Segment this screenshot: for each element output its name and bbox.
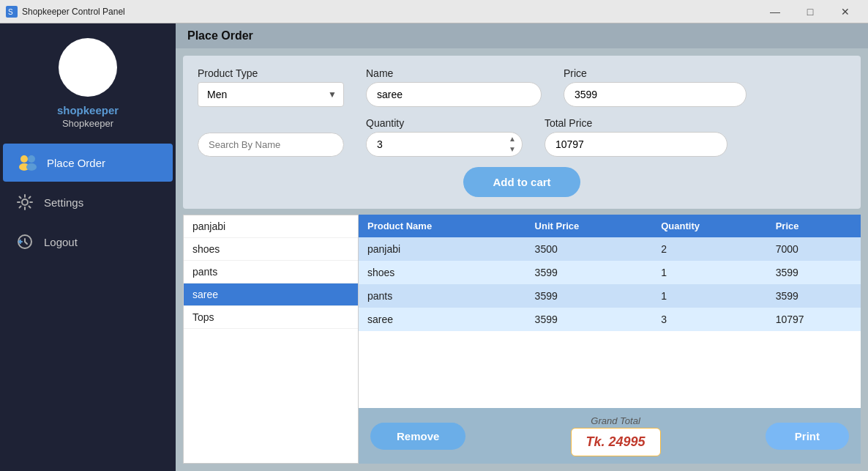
price-group: Price (564, 67, 747, 107)
svg-text:S: S (8, 8, 13, 16)
product-type-group: Product Type Men Women Kids ▼ (198, 67, 344, 107)
logout-icon (15, 231, 35, 252)
main-content: Place Order Product Type Men Women Kids (176, 23, 868, 471)
grand-total-section: Grand Total Tk. 24995 (571, 415, 661, 456)
table-cell-unitPrice: 3599 (526, 308, 653, 331)
total-price-label: Total Price (545, 117, 727, 129)
app-layout: shopkeeper Shopkeeper Place Order (0, 23, 868, 471)
table-area: Product Name Unit Price Quantity Price p… (359, 215, 861, 464)
table-footer: Remove Grand Total Tk. 24995 Print (359, 408, 861, 464)
sidebar-nav: Place Order Settings (0, 144, 176, 261)
svg-point-3 (28, 155, 35, 163)
search-group (198, 114, 344, 157)
sidebar-item-logout[interactable]: Logout (0, 223, 176, 261)
table-cell-quantity: 1 (652, 284, 766, 308)
close-button[interactable]: ✕ (828, 0, 862, 23)
form-row-2: Quantity ▲ ▼ Total Price (198, 114, 846, 157)
svg-point-6 (22, 199, 28, 205)
grand-total-label: Grand Total (591, 415, 640, 426)
name-label: Name (366, 67, 542, 79)
product-type-select[interactable]: Men Women Kids (198, 82, 344, 107)
svg-point-2 (20, 155, 28, 163)
form-area: Product Type Men Women Kids ▼ Name (183, 56, 861, 209)
name-group: Name (366, 67, 542, 107)
list-item[interactable]: panjabi (184, 215, 358, 238)
table-body: panjabi350027000shoes359913599pants35991… (359, 237, 861, 331)
table-cell-productName: pants (359, 284, 526, 308)
window-title: Shopkeeper Control Panel (22, 7, 125, 17)
remove-button[interactable]: Remove (370, 423, 465, 450)
window-controls: — □ ✕ (758, 0, 862, 23)
table-row[interactable]: pants359913599 (359, 284, 861, 308)
product-type-label: Product Type (198, 67, 344, 79)
col-price: Price (767, 215, 861, 237)
table-cell-price: 3599 (767, 261, 861, 284)
people-icon (18, 152, 38, 173)
table-row[interactable]: panjabi350027000 (359, 237, 861, 261)
total-price-input[interactable] (545, 132, 727, 157)
table-cell-unitPrice: 3599 (526, 284, 653, 308)
price-input[interactable] (564, 82, 747, 107)
maximize-button[interactable]: □ (793, 0, 827, 23)
col-quantity: Quantity (652, 215, 766, 237)
table-cell-productName: shoes (359, 261, 526, 284)
quantity-group: Quantity ▲ ▼ (366, 117, 523, 157)
table-row[interactable]: shoes359913599 (359, 261, 861, 284)
grand-total-value: Tk. 24995 (586, 434, 646, 450)
title-bar: S Shopkeeper Control Panel — □ ✕ (0, 0, 868, 23)
table-cell-productName: panjabi (359, 237, 526, 261)
gear-icon (15, 192, 35, 212)
sidebar-role: Shopkeeper (62, 118, 113, 129)
add-to-cart-button[interactable]: Add to cart (463, 167, 580, 197)
list-item[interactable]: saree (184, 283, 358, 306)
page-title-bar: Place Order (176, 23, 868, 48)
sidebar-label-place-order: Place Order (47, 157, 105, 169)
list-item[interactable]: shoes (184, 238, 358, 261)
form-row-1: Product Type Men Women Kids ▼ Name (198, 67, 846, 107)
product-type-dropdown-wrap: Men Women Kids ▼ (198, 82, 344, 107)
svg-point-5 (26, 163, 37, 171)
table-row[interactable]: saree3599310797 (359, 308, 861, 331)
table-cell-price: 3599 (767, 284, 861, 308)
quantity-wrap: ▲ ▼ (366, 132, 523, 157)
table-cell-quantity: 2 (652, 237, 766, 261)
print-button[interactable]: Print (766, 423, 849, 450)
quantity-up-button[interactable]: ▲ (506, 134, 519, 144)
col-unit-price: Unit Price (526, 215, 653, 237)
sidebar-label-settings: Settings (44, 196, 83, 209)
quantity-label: Quantity (366, 117, 523, 129)
content-area: Product Type Men Women Kids ▼ Name (176, 48, 868, 471)
sidebar-item-settings[interactable]: Settings (0, 183, 176, 221)
table-header: Product Name Unit Price Quantity Price (359, 215, 861, 237)
sidebar-label-logout: Logout (44, 236, 78, 248)
grand-total-box: Tk. 24995 (571, 428, 661, 456)
table-cell-productName: saree (359, 308, 526, 331)
table-cell-unitPrice: 3500 (526, 237, 653, 261)
sidebar: shopkeeper Shopkeeper Place Order (0, 23, 176, 471)
minimize-button[interactable]: — (758, 0, 792, 23)
table-cell-unitPrice: 3599 (526, 261, 653, 284)
total-price-group: Total Price (545, 117, 727, 157)
avatar (59, 38, 117, 97)
list-item[interactable]: pants (184, 261, 358, 283)
table-cell-price: 7000 (767, 237, 861, 261)
table-cell-quantity: 3 (652, 308, 766, 331)
quantity-input[interactable] (367, 133, 506, 156)
table-cell-price: 10797 (767, 308, 861, 331)
page-title: Place Order (187, 29, 253, 42)
app-icon: S (6, 6, 18, 18)
name-input[interactable] (366, 82, 542, 107)
table-cell-quantity: 1 (652, 261, 766, 284)
sidebar-username: shopkeeper (57, 104, 119, 116)
quantity-arrows: ▲ ▼ (506, 134, 522, 155)
quantity-down-button[interactable]: ▼ (506, 144, 519, 155)
order-table: Product Name Unit Price Quantity Price p… (359, 215, 861, 331)
col-product-name: Product Name (359, 215, 526, 237)
sidebar-item-place-order[interactable]: Place Order (3, 144, 173, 182)
search-input[interactable] (198, 133, 344, 157)
price-label: Price (564, 67, 747, 79)
product-list: panjabishoespantssareeTops (183, 215, 359, 464)
list-item[interactable]: Tops (184, 306, 358, 329)
list-items-container: panjabishoespantssareeTops (184, 215, 358, 329)
bottom-area: panjabishoespantssareeTops Product Name … (183, 215, 861, 464)
